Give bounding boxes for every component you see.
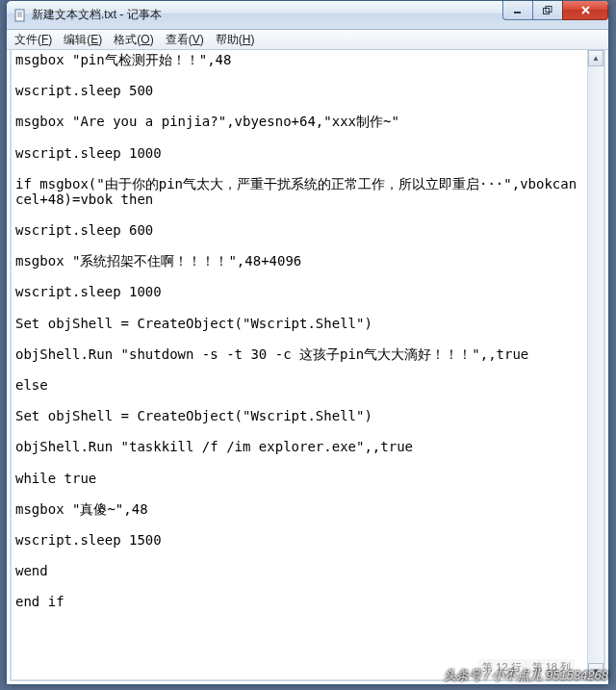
svg-rect-0 <box>15 10 24 21</box>
titlebar[interactable]: 新建文本文档.txt - 记事本 <box>7 1 608 30</box>
scroll-down-button[interactable]: ▼ <box>588 663 603 679</box>
menubar: 文件(F) 编辑(E) 格式(O) 查看(V) 帮助(H) <box>7 30 608 50</box>
close-button[interactable] <box>562 1 608 20</box>
editor-area: msgbox "pin气检测开始！！",48 wscript.sleep 500… <box>10 50 605 681</box>
menu-file[interactable]: 文件(F) <box>9 30 58 50</box>
status-position: 第 12 行，第 18 列 <box>478 659 575 676</box>
menu-view[interactable]: 查看(V) <box>160 30 210 50</box>
scroll-up-button[interactable]: ▲ <box>588 50 603 66</box>
notepad-window: 新建文本文档.txt - 记事本 文件(F) 编辑(E) 格式(O) 查 <box>6 0 609 685</box>
window-title: 新建文本文档.txt - 记事本 <box>32 7 503 23</box>
menu-help[interactable]: 帮助(H) <box>210 30 261 50</box>
window-controls <box>503 1 608 29</box>
app-icon <box>13 8 28 23</box>
menu-edit[interactable]: 编辑(E) <box>58 30 108 50</box>
minimize-button[interactable] <box>502 1 533 20</box>
vertical-scrollbar[interactable]: ▲ ▼ <box>587 50 603 679</box>
scroll-track[interactable] <box>588 66 603 663</box>
maximize-button[interactable] <box>532 1 563 20</box>
menu-format[interactable]: 格式(O) <box>108 30 159 50</box>
text-content[interactable]: msgbox "pin气检测开始！！",48 wscript.sleep 500… <box>12 50 587 679</box>
